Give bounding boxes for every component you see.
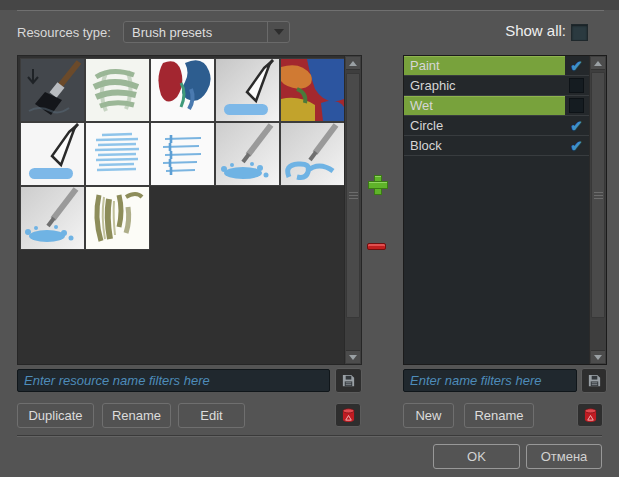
scroll-up-button[interactable] [346, 57, 360, 70]
arrow-down-icon [349, 355, 357, 360]
tag-row-block[interactable]: Block [404, 136, 589, 156]
tag-row-paint[interactable]: Paint [404, 56, 589, 76]
rename-resource-button[interactable]: Rename [102, 403, 171, 428]
tag-row-wet[interactable]: Wet [404, 96, 589, 116]
brush-preset-thumbnail-8[interactable] [151, 123, 214, 185]
resource-type-dropdown[interactable]: Brush presets [123, 21, 290, 43]
delete-resource-button[interactable] [335, 403, 361, 427]
brush-preset-thumbnail-7[interactable] [86, 123, 149, 185]
duplicate-button[interactable]: Duplicate [17, 403, 94, 428]
tag-row-graphic[interactable]: Graphic [404, 76, 589, 96]
brush-preset-grid [18, 56, 344, 364]
tag-checkbox[interactable] [569, 98, 584, 113]
floppy-disk-icon [341, 373, 356, 388]
tag-label: Graphic [404, 78, 569, 93]
resource-type-value: Brush presets [124, 25, 267, 40]
brush-preset-thumbnail-6[interactable] [21, 123, 84, 185]
tag-list-scrollbar[interactable] [589, 56, 606, 364]
scrollbar-thumb[interactable] [591, 72, 605, 318]
scroll-up-button[interactable] [591, 57, 605, 70]
rename-tag-button[interactable]: Rename [464, 403, 534, 428]
brush-preset-thumbnail-10[interactable] [281, 123, 344, 185]
chevron-down-icon [274, 29, 284, 35]
trash-icon [342, 408, 355, 423]
dropdown-arrow-button[interactable] [267, 22, 289, 42]
top-separator [17, 10, 604, 11]
show-all-checkbox[interactable] [571, 24, 588, 41]
tag-list: Paint Graphic Wet Circle Block [404, 56, 589, 364]
save-filter-button[interactable] [335, 368, 362, 393]
brush-preset-thumbnail-5[interactable] [281, 59, 344, 121]
resource-grid-panel [17, 55, 362, 365]
brush-preset-thumbnail-2[interactable] [86, 59, 149, 121]
grid-scrollbar[interactable] [344, 56, 361, 364]
trash-icon [584, 408, 597, 423]
arrow-down-icon [594, 355, 602, 360]
brush-preset-thumbnail-12[interactable] [86, 187, 149, 249]
dialog-top-strip [0, 0, 619, 10]
add-tag-button[interactable] [368, 175, 386, 193]
tag-row-circle[interactable]: Circle [404, 116, 589, 136]
footer-separator [17, 435, 602, 437]
new-tag-button[interactable]: New [403, 403, 454, 428]
tag-checkbox[interactable] [569, 118, 584, 133]
brush-preset-thumbnail-11[interactable] [21, 187, 84, 249]
tag-label: Wet [404, 98, 569, 113]
brush-preset-thumbnail-4[interactable] [216, 59, 279, 121]
scrollbar-thumb[interactable] [346, 73, 360, 318]
tag-checkbox[interactable] [569, 58, 584, 73]
tag-checkbox[interactable] [569, 138, 584, 153]
arrow-up-icon [594, 61, 602, 66]
tag-list-panel: Paint Graphic Wet Circle Block [403, 55, 607, 365]
show-all-label: Show all: [505, 22, 566, 39]
brush-preset-thumbnail-1[interactable] [21, 59, 84, 121]
edit-button[interactable]: Edit [178, 403, 245, 428]
save-tag-filter-button[interactable] [581, 368, 607, 393]
floppy-disk-icon [587, 373, 602, 388]
ok-button[interactable]: OK [433, 444, 520, 469]
tag-label: Circle [404, 118, 569, 133]
brush-preset-thumbnail-9[interactable] [216, 123, 279, 185]
tag-label: Block [404, 138, 569, 153]
cancel-button[interactable]: Отмена [526, 444, 602, 469]
scroll-down-button[interactable] [346, 350, 360, 363]
delete-tag-button[interactable] [577, 403, 603, 427]
tag-checkbox[interactable] [569, 78, 584, 93]
remove-tag-button[interactable] [367, 243, 386, 250]
resource-filter-input[interactable] [17, 369, 330, 392]
tag-filter-input[interactable] [403, 369, 577, 392]
arrow-up-icon [349, 61, 357, 66]
brush-preset-thumbnail-3[interactable] [151, 59, 214, 121]
scroll-down-button[interactable] [591, 350, 605, 363]
tag-label: Paint [404, 58, 569, 73]
resources-type-label: Resources type: [17, 25, 111, 40]
